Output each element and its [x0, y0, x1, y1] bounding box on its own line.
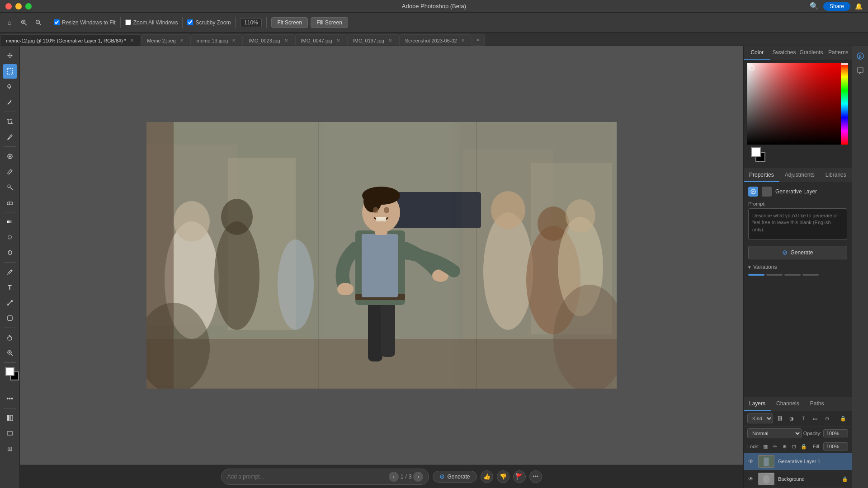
variation-dot-1[interactable] — [748, 274, 764, 276]
layer-item-background[interactable]: 👁 Background 🔒 — [744, 470, 852, 488]
zoom-all-windows-checkbox[interactable]: Zoom All Windows — [125, 19, 178, 26]
dodge-tool[interactable] — [3, 245, 17, 260]
layer-filter-smart-icon[interactable]: ⊙ — [822, 413, 832, 423]
hue-strip[interactable] — [841, 63, 848, 145]
blur-tool[interactable] — [3, 230, 17, 244]
tab-img47[interactable]: IMG_0047.jpg ✕ — [295, 34, 347, 46]
tab-close-icon[interactable]: ✕ — [179, 38, 185, 44]
fg-bg-swatches[interactable] — [751, 147, 765, 162]
tab-img197[interactable]: IMG_0197.jpg ✕ — [347, 34, 399, 46]
lock-pixels-icon[interactable]: ✏ — [772, 442, 778, 451]
canvas-image-container[interactable] — [20, 46, 743, 465]
prompt-textarea[interactable] — [748, 208, 847, 240]
foreground-swatch[interactable] — [751, 147, 761, 157]
generate-bottom-button[interactable]: Generate — [433, 471, 476, 483]
variation-dot-2[interactable] — [766, 274, 783, 276]
more-tools-button[interactable]: ••• — [3, 391, 17, 406]
tab-channels[interactable]: Channels — [771, 397, 805, 411]
magic-wand-tool[interactable] — [3, 95, 17, 109]
thumbs-down-button[interactable]: 👎 — [497, 470, 509, 483]
lock-transparent-icon[interactable]: ▦ — [762, 442, 769, 451]
prompt-next-button[interactable]: › — [413, 472, 423, 482]
tab-img23[interactable]: IMG_0023.jpg ✕ — [243, 34, 295, 46]
tab-screenshot[interactable]: Screenshot 2023-06-02 ✕ — [399, 34, 472, 46]
select-rect-tool[interactable] — [3, 64, 17, 79]
type-tool[interactable]: T — [3, 280, 17, 295]
layer-visibility-icon-bg[interactable]: 👁 — [747, 476, 755, 482]
tab-paths[interactable]: Paths — [805, 397, 830, 411]
tabs-more-button[interactable]: » — [472, 34, 485, 46]
home-icon[interactable]: ⌂ — [4, 17, 15, 28]
resize-windows-checkbox[interactable]: Resize Windows to Fit — [54, 19, 116, 26]
variation-dot-3[interactable] — [784, 274, 801, 276]
tab-close-icon[interactable]: ✕ — [283, 38, 289, 44]
tab-layers[interactable]: Layers — [744, 397, 771, 411]
fill-input[interactable] — [823, 442, 848, 450]
tab-adjustments[interactable]: Adjustments — [779, 169, 820, 182]
layer-filter-shape-icon[interactable]: ▭ — [810, 413, 820, 423]
search-icon[interactable]: 🔍 — [810, 2, 819, 10]
tab-gradients[interactable]: Gradients — [798, 46, 825, 60]
brush-tool[interactable] — [3, 164, 17, 179]
blend-mode-select[interactable]: Normal — [747, 428, 802, 438]
zoom-in-icon[interactable] — [18, 17, 30, 28]
crop-tool[interactable] — [3, 114, 17, 129]
maximize-button[interactable] — [25, 3, 32, 9]
tab-close-icon[interactable]: ✕ — [387, 38, 393, 44]
lock-all-icon[interactable]: 🔒 — [801, 442, 807, 451]
tab-meme13[interactable]: meme 13.jpeg ✕ — [191, 34, 243, 46]
prompt-prev-button[interactable]: ‹ — [389, 472, 399, 482]
quick-mask-icon[interactable] — [3, 411, 17, 425]
screen-mode-icon[interactable] — [3, 426, 17, 441]
pen-tool[interactable] — [3, 265, 17, 279]
tab-close-icon[interactable]: ✕ — [129, 38, 135, 44]
heal-tool[interactable] — [3, 149, 17, 164]
thumbs-up-button[interactable]: 👍 — [481, 470, 493, 483]
comments-icon[interactable] — [854, 64, 867, 77]
layer-filter-lock-icon[interactable]: 🔒 — [838, 413, 848, 423]
clone-tool[interactable] — [3, 180, 17, 194]
close-button[interactable] — [5, 3, 12, 9]
eyedropper-tool[interactable] — [3, 130, 17, 144]
zoom-out-icon[interactable] — [33, 17, 44, 28]
share-button[interactable]: Share — [823, 2, 850, 11]
layers-kind-select[interactable]: Kind — [747, 413, 773, 423]
notification-icon[interactable]: 🔔 — [855, 3, 863, 10]
lasso-tool[interactable] — [3, 80, 17, 94]
variations-header[interactable]: ▾ Variations — [748, 264, 847, 270]
color-gradient[interactable] — [747, 63, 841, 145]
zoom-input[interactable] — [240, 18, 262, 27]
prompt-input[interactable] — [227, 474, 385, 480]
more-options-button[interactable]: ••• — [529, 470, 542, 483]
foreground-color[interactable] — [5, 367, 14, 376]
hand-tool[interactable] — [3, 330, 17, 345]
layer-item-generative[interactable]: 👁 Generative Layer 1 — [744, 453, 852, 470]
scrubby-zoom-checkbox[interactable]: Scrubby Zoom — [187, 19, 231, 26]
fill-screen-button[interactable]: Fill Screen — [311, 17, 348, 28]
layer-visibility-icon[interactable]: 👁 — [747, 458, 755, 465]
tab-close-icon[interactable]: ✕ — [460, 38, 466, 44]
arrange-icon[interactable]: ⊞ — [3, 441, 17, 456]
gradient-tool[interactable] — [3, 215, 17, 229]
path-select-tool[interactable] — [3, 296, 17, 310]
ps-beta-icon[interactable]: β — [854, 50, 867, 62]
move-tool[interactable] — [3, 49, 17, 63]
opacity-input[interactable] — [823, 429, 848, 437]
tab-close-icon[interactable]: ✕ — [335, 38, 341, 44]
color-swatches[interactable] — [5, 367, 14, 376]
variation-dot-4[interactable] — [802, 274, 819, 276]
flag-button[interactable]: 🚩 — [513, 470, 526, 483]
layer-filter-adjust-icon[interactable]: ◑ — [787, 413, 797, 423]
minimize-button[interactable] — [15, 3, 22, 9]
layer-filter-image-icon[interactable]: 🖼 — [775, 413, 785, 423]
tab-swatches[interactable]: Swatches — [770, 46, 797, 60]
zoom-tool[interactable] — [3, 346, 17, 360]
tab-close-icon[interactable]: ✕ — [231, 38, 237, 44]
tab-active[interactable]: meme-12.jpg @ 110% (Generative Layer 1, … — [0, 34, 141, 46]
lock-position-icon[interactable]: ⊕ — [781, 442, 788, 451]
tab-meme2[interactable]: Meme 2.jpeg ✕ — [141, 34, 191, 46]
shape-tool[interactable] — [3, 311, 17, 325]
tab-patterns[interactable]: Patterns — [825, 46, 852, 60]
tab-color[interactable]: Color — [744, 46, 770, 60]
lock-artboard-icon[interactable]: ⊡ — [791, 442, 797, 451]
